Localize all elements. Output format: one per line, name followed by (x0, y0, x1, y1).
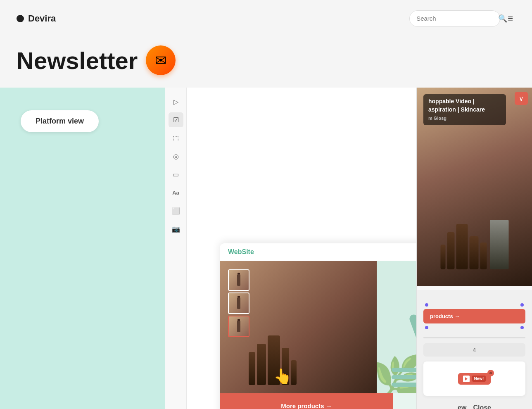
logo-text: Devira (28, 13, 56, 24)
header-right: 🔍 ≡ (409, 10, 515, 27)
toolbar-check[interactable]: ☑ (169, 112, 183, 127)
bottle-mini-2 (237, 297, 240, 309)
toolbar-device[interactable]: ▭ (169, 167, 183, 182)
white-card: New! ✕ (423, 361, 525, 396)
left-panel: Platform view (0, 88, 165, 409)
cursor-hand: 👆 (273, 368, 292, 385)
bottom-actions: ew Close (423, 401, 525, 409)
image-icon: ⬜ (172, 207, 180, 215)
thumb-3-inner (229, 316, 249, 336)
thumb-1[interactable] (228, 269, 249, 291)
toolbar-reply[interactable]: ⬚ (169, 131, 183, 145)
right-bottle-3 (456, 224, 468, 269)
right-bottle-5 (480, 243, 487, 269)
camera-icon: 📷 (172, 225, 180, 233)
new-badge-label: New! (472, 376, 486, 382)
canvas-area: WebSite (187, 88, 416, 409)
logo-dot (17, 15, 24, 22)
right-bottle-group (440, 220, 508, 269)
pagination-row: 4 (423, 343, 525, 357)
selection-handles-bottom (423, 326, 525, 329)
tube-obj (408, 314, 416, 344)
thumb-3[interactable] (228, 316, 249, 337)
right-bottle-1 (440, 245, 445, 269)
bottle-mini-3 (237, 321, 240, 332)
right-panel-chevron[interactable]: ∨ (515, 92, 528, 105)
text-line-1 (392, 368, 416, 372)
products-btn-container: products → (423, 309, 525, 323)
text-line-2 (392, 375, 416, 379)
chevron-down-icon: ∨ (519, 95, 524, 102)
text-lines-area (385, 361, 416, 393)
sel-dot-bl (425, 326, 428, 329)
bottle-2 (257, 344, 266, 385)
right-bottle-4 (469, 236, 478, 269)
product-thumbnails (228, 269, 249, 337)
scroll-bar[interactable] (423, 337, 525, 338)
thumb-2[interactable] (228, 292, 249, 314)
toolbar-text[interactable]: Aa (169, 185, 183, 200)
right-panel-title: hoppable Video | aspiration | Skincare m… (423, 94, 506, 125)
big-bottle (490, 220, 508, 269)
toolbar-target[interactable]: ◎ (169, 149, 183, 164)
search-input[interactable] (416, 15, 495, 22)
right-panel-title-text: hoppable Video | aspiration | Skincare (428, 97, 501, 114)
products-button[interactable]: products → (423, 309, 525, 323)
menu-button[interactable]: ≡ (505, 11, 515, 26)
click-icon: ▷ (173, 98, 178, 106)
video-badge-wrapper: New! ✕ (458, 373, 491, 385)
play-icon (463, 376, 470, 382)
ew-label: ew (458, 404, 466, 409)
selection-handles (423, 303, 525, 307)
play-triangle (465, 377, 468, 380)
right-panel: hoppable Video | aspiration | Skincare m… (416, 88, 532, 409)
newsletter-title-area: Newsletter ✉ (0, 37, 532, 88)
device-icon: ▭ (173, 171, 179, 178)
thumb-2-inner (229, 293, 249, 313)
platform-view-button[interactable]: Platform view (21, 110, 99, 132)
target-icon: ◎ (173, 152, 179, 160)
sel-dot-br (520, 326, 524, 329)
right-product-img: hoppable Video | aspiration | Skincare m… (417, 88, 532, 286)
thumb-1-inner (229, 270, 249, 290)
toolbar-camera[interactable]: 📷 (169, 221, 183, 236)
main-content: Platform view ▷ ☑ ⬚ ◎ ▭ Aa ⬜ 📷 (0, 88, 532, 409)
search-box[interactable]: 🔍 (409, 10, 500, 27)
video-badge: New! (458, 373, 491, 385)
website-card-header: WebSite (220, 243, 416, 261)
sel-dot-tr (520, 303, 524, 307)
toolbar-panel: ▷ ☑ ⬚ ◎ ▭ Aa ⬜ 📷 (165, 88, 187, 409)
close-video-button[interactable]: ✕ (487, 370, 494, 376)
check-icon: ☑ (173, 116, 179, 124)
toolbar-image[interactable]: ⬜ (169, 203, 183, 218)
bottle-mini-1 (237, 274, 240, 286)
bottle-1 (249, 352, 255, 385)
reply-icon: ⬚ (173, 134, 179, 142)
text-line-3 (392, 383, 416, 387)
website-card: WebSite (220, 243, 416, 409)
sel-dot-tl (425, 303, 428, 307)
website-card-body: 👆 🍃 🕶 🌿 More products → (220, 261, 416, 409)
more-products-button[interactable]: More products → (220, 393, 393, 409)
logo: Devira (17, 13, 56, 24)
close-label[interactable]: Close (473, 404, 491, 409)
bottom-right-panel: products → 4 (417, 290, 532, 409)
right-panel-subtitle: m Giosg (428, 115, 501, 121)
video-badge-area: New! ✕ (423, 361, 525, 396)
page-title: Newsletter (17, 47, 138, 74)
newsletter-icon: ✉ (146, 45, 176, 75)
right-bottle-2 (447, 232, 454, 269)
website-label: WebSite (228, 248, 416, 256)
text-icon: Aa (172, 190, 179, 196)
header: Devira 🔍 ≡ (0, 0, 532, 37)
page-number: 4 (473, 347, 476, 353)
toolbar-click[interactable]: ▷ (169, 94, 183, 109)
